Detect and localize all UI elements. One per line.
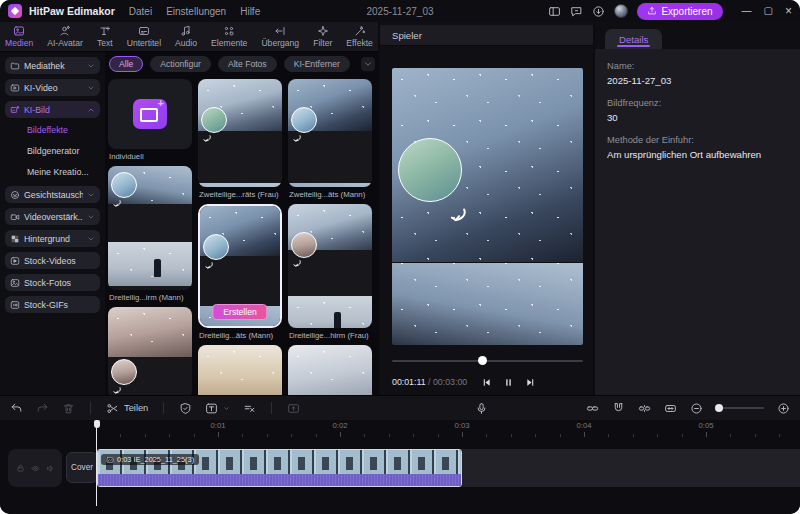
remove-subtitle-icon[interactable]	[243, 402, 256, 415]
template-grid: IndividuellDreiteilig...irm (Mann)Zweite…	[105, 76, 378, 395]
ruler-time-label: 0:02	[332, 421, 347, 430]
tab-label: Audio	[175, 38, 197, 48]
timeline-zoom-slider[interactable]	[716, 407, 764, 409]
sidebar-item-stockvideos[interactable]: Stock-Videos	[5, 252, 100, 269]
template-column: Zweiteilig...äts (Mann)Dreiteilige...hir…	[288, 79, 372, 395]
redo-icon[interactable]	[36, 402, 49, 415]
create-button[interactable]: Erstellen	[212, 304, 267, 320]
sidebar-item-videoverstrk[interactable]: Videoverstärk...	[5, 208, 100, 225]
sidebar-item-mediathek[interactable]: Mediathek	[5, 57, 100, 74]
template-card-label: Dreiteilig...äts (Mann)	[198, 328, 282, 342]
speaker-icon[interactable]	[46, 464, 55, 473]
tab-text[interactable]: Text	[96, 25, 114, 48]
template-card[interactable]	[198, 345, 282, 395]
menu-datei[interactable]: Datei	[129, 6, 152, 17]
user-avatar[interactable]	[614, 4, 628, 18]
chevron-down-icon[interactable]	[223, 405, 230, 412]
tab-filter[interactable]: Filter	[312, 25, 333, 48]
lock-icon[interactable]	[16, 464, 25, 473]
template-card[interactable]: Erstellen	[198, 204, 282, 328]
sidebar-subitem-bildgenerator[interactable]: Bildgenerator	[5, 144, 100, 158]
magnet-icon[interactable]	[612, 402, 625, 415]
feedback-icon[interactable]	[570, 5, 583, 18]
template-image	[288, 345, 372, 395]
pause-icon[interactable]	[503, 377, 514, 388]
export-button[interactable]: Exportieren	[637, 3, 722, 20]
download-icon[interactable]	[592, 5, 605, 18]
split-button[interactable]: Teilen	[106, 402, 148, 415]
menu-einstellungen[interactable]: Einstellungen	[166, 6, 226, 17]
tab-untertitel[interactable]: Untertitel	[126, 25, 162, 48]
sidebar-subitem-bildeffekte[interactable]: Bildeffekte	[5, 123, 100, 137]
zoom-in-icon[interactable]	[777, 402, 790, 415]
template-card[interactable]	[288, 204, 372, 328]
tab-übergang[interactable]: Übergang	[260, 25, 300, 48]
tab-details[interactable]: Details	[605, 29, 662, 49]
sticker-icon[interactable]	[179, 402, 192, 415]
project-title: 2025-11-27_03	[366, 6, 433, 17]
textbox-icon[interactable]	[205, 402, 218, 415]
close-button[interactable]: ×	[785, 5, 792, 17]
tab-elemente[interactable]: Elemente	[210, 25, 248, 48]
zoom-slider-knob[interactable]	[715, 404, 723, 412]
template-card[interactable]	[108, 166, 192, 290]
trash-icon[interactable]	[62, 402, 75, 415]
template-image	[108, 242, 192, 286]
export-frame-icon[interactable]	[287, 402, 300, 415]
sidebar-item-gesichtstausch[interactable]: Gesichtstausch	[5, 186, 100, 203]
player-header: Spieler	[380, 25, 593, 46]
sidebar-item-stockgifs[interactable]: Stock-GIFs	[5, 296, 100, 313]
tab-effekte[interactable]: Effekte	[345, 25, 374, 48]
fit-width-icon[interactable]	[664, 402, 677, 415]
ruler-minor-tick	[535, 434, 536, 437]
minimize-button[interactable]: —	[742, 6, 752, 16]
sidebar-item-hintergrund[interactable]: Hintergrund	[5, 230, 100, 247]
template-card[interactable]	[288, 79, 372, 187]
tab-audio[interactable]: Audio	[174, 25, 198, 48]
timeline-clip[interactable]: 0:03 IE_2025_11_25(3)	[97, 449, 462, 487]
chevron-down-icon[interactable]	[361, 57, 375, 71]
template-card[interactable]	[108, 307, 192, 395]
player-scrubber[interactable]	[392, 356, 583, 366]
undo-icon[interactable]	[10, 402, 23, 415]
template-image	[198, 345, 282, 395]
filter-chip-alle[interactable]: Alle	[109, 56, 143, 72]
tab-ai-avatar[interactable]: AI-Avatar	[46, 25, 84, 48]
filter-chip-kientferner[interactable]: KI-Entferner	[284, 56, 350, 72]
ribbon-tabs: MedienAI-AvatarTextUntertitelAudioElemen…	[0, 22, 378, 52]
sidebar-item-kibild[interactable]: KI-Bild	[5, 101, 100, 118]
link-icon[interactable]	[586, 402, 599, 415]
template-column: IndividuellDreiteilig...irm (Mann)	[108, 79, 192, 395]
panel-layout-icon[interactable]	[548, 5, 561, 18]
sidebar-item-kivideo[interactable]: KI-Video	[5, 79, 100, 96]
unlink-icon[interactable]	[638, 402, 651, 415]
custom-template-card[interactable]	[108, 79, 192, 149]
mic-icon[interactable]	[475, 402, 488, 415]
ruler-minor-tick	[633, 434, 634, 437]
video-preview[interactable]	[392, 68, 583, 345]
menu-hilfe[interactable]: Hilfe	[240, 6, 260, 17]
zoom-out-icon[interactable]	[690, 402, 703, 415]
step-back-icon[interactable]	[481, 377, 492, 388]
video-enhance-icon	[10, 212, 20, 222]
sidebar-subitem-meinekreatio[interactable]: Meine Kreatio...	[5, 165, 100, 179]
template-card[interactable]	[198, 79, 282, 187]
scrubber-knob[interactable]	[478, 356, 487, 365]
template-card-label: Zweiteilige...räts (Frau)	[198, 187, 282, 201]
ruler-minor-tick	[389, 434, 390, 437]
playhead[interactable]	[96, 420, 97, 506]
sidebar-item-label: KI-Video	[24, 83, 83, 93]
filter-chip-actionfigur[interactable]: Actionfigur	[150, 56, 211, 72]
step-forward-icon[interactable]	[525, 377, 536, 388]
filter-chip-altefotos[interactable]: Alte Fotos	[218, 56, 277, 72]
cover-button[interactable]: Cover	[66, 452, 98, 483]
eye-icon[interactable]	[31, 464, 40, 473]
timeline-ruler[interactable]: 0:010:020:030:040:05	[0, 420, 800, 438]
tab-medien[interactable]: Medien	[4, 25, 34, 48]
sidebar-item-stockfotos[interactable]: Stock-Fotos	[5, 274, 100, 291]
maximize-button[interactable]: ▢	[764, 6, 773, 16]
preview-inset-circle	[398, 138, 462, 202]
template-card[interactable]	[288, 345, 372, 395]
template-card-wrap: Dreiteilige...hirm (Frau)	[288, 204, 372, 342]
toolbar-divider	[90, 402, 91, 414]
